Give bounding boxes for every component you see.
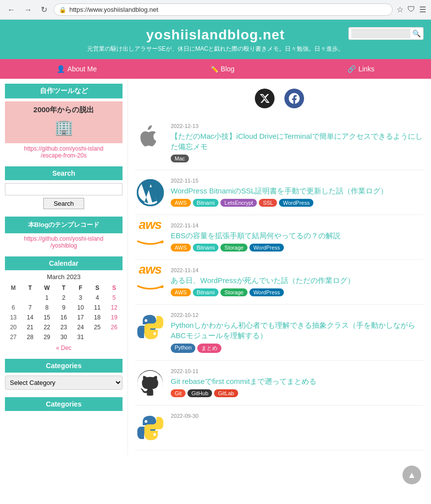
aws-smile-icon — [137, 229, 164, 256]
tag-bitnami-1[interactable]: Bitnami — [193, 199, 219, 207]
tag-aws-2[interactable]: AWS — [171, 244, 191, 252]
promo-box: 2000年からの脱出 🏢 — [5, 101, 123, 143]
post-date-4: 2022-11-14 — [171, 267, 424, 273]
post-title-3[interactable]: EBSの容量を拡張手順て結局何やってるの？の解説 — [171, 230, 424, 241]
reload-button[interactable]: ↻ — [38, 4, 50, 15]
post-title-2[interactable]: WordPress BitnamiのSSL証明書を手動で更新した話（作業ログ） — [171, 186, 424, 196]
header-search-input[interactable] — [351, 29, 410, 38]
blog-post-2: 2022-11-15 WordPress BitnamiのSSL証明書を手動で更… — [135, 170, 424, 215]
post-date-6: 2022-10-11 — [171, 368, 424, 374]
cal-header-s1: S — [89, 283, 106, 293]
tag-matome[interactable]: まとめ — [197, 344, 221, 353]
table-row: 6789101112 — [5, 303, 123, 313]
post-icon-apple — [135, 123, 165, 153]
blog-post-3: aws 2022-11-14 EBSの容量を拡張手順て結局何やってるの？の解説 … — [135, 215, 424, 260]
calendar-month: March 2023 — [5, 273, 123, 281]
search-form: Search — [5, 183, 123, 209]
address-bar[interactable]: 🔒 https://www.yoshiislandblog.net — [54, 3, 393, 16]
tag-git[interactable]: Git — [171, 389, 185, 397]
main-nav: 👤 About Me ✏️ Blog 🔗 Links — [0, 59, 431, 79]
post-content-4: 2022-11-14 ある日、WordPressが死んでいた話（ただの作業ログ）… — [171, 267, 424, 296]
nav-links-label: Links — [358, 65, 374, 73]
categories-widget-2: Categories — [5, 397, 123, 411]
menu-icon[interactable]: ☰ — [419, 5, 426, 14]
pencil-icon: ✏️ — [210, 65, 218, 73]
tag-wordpress-1[interactable]: WordPress — [279, 199, 313, 207]
tag-github[interactable]: GitHub — [187, 389, 212, 397]
svg-point-5 — [153, 332, 156, 335]
post-content-1: 2022-12-13 【ただのMac小技】iCloud DriveにTermin… — [171, 123, 424, 162]
tag-mac[interactable]: Mac — [171, 155, 189, 162]
shield-icon[interactable]: 🛡 — [407, 5, 415, 14]
sidebar: 自作ツールなど 2000年からの脱出 🏢 https://github.com/… — [0, 79, 128, 455]
back-button[interactable]: ← — [5, 4, 18, 15]
tag-bitnami-2[interactable]: Bitnami — [193, 244, 219, 252]
twitter-icon — [259, 93, 270, 104]
svg-point-6 — [144, 420, 147, 423]
blog-post-4: aws 2022-11-14 ある日、WordPressが死んでいた話（ただの作… — [135, 260, 424, 305]
aws-logo-2: aws — [137, 263, 164, 301]
nav-blog[interactable]: ✏️ Blog — [195, 59, 249, 79]
browser-actions: ☆ 🛡 ☰ — [397, 5, 426, 14]
post-title-4[interactable]: ある日、WordPressが死んでいた話（ただの作業ログ） — [171, 275, 424, 285]
social-bar — [135, 84, 424, 116]
template-link[interactable]: https://github.com/yoshi-island/yoshiblo… — [5, 235, 123, 249]
prev-month-link[interactable]: « Dec — [56, 345, 71, 351]
nav-links[interactable]: 🔗 Links — [333, 59, 389, 79]
tag-aws-3[interactable]: AWS — [171, 288, 191, 296]
cal-header-s2: S — [106, 283, 123, 293]
categories-title: Categories — [5, 359, 123, 373]
star-icon[interactable]: ☆ — [397, 5, 403, 14]
search-input[interactable] — [5, 183, 123, 195]
cal-header-f: F — [72, 283, 89, 293]
search-widget-title: Search — [5, 166, 123, 180]
cal-header-w: W — [38, 283, 55, 293]
forward-button[interactable]: → — [22, 4, 34, 15]
cal-header-m: M — [5, 283, 22, 293]
post-title-5[interactable]: Pythonしかわからん初心者でも理解できる抽象クラス（手を動かしながらABCモ… — [171, 320, 424, 341]
person-icon: 👤 — [57, 65, 65, 73]
promo-widget-title: 自作ツールなど — [5, 84, 123, 98]
promo-widget: 自作ツールなど 2000年からの脱出 🏢 https://github.com/… — [5, 84, 123, 159]
promo-link[interactable]: https://github.com/yoshi-island/escape-f… — [5, 145, 123, 159]
svg-point-4 — [144, 319, 147, 322]
promo-box-text: 2000年からの脱出 — [9, 105, 119, 115]
tag-aws-1[interactable]: AWS — [171, 199, 191, 207]
header-search-icon[interactable]: 🔍 — [412, 30, 421, 37]
tag-storage-2[interactable]: Storage — [220, 288, 247, 296]
post-tags-1: Mac — [171, 155, 424, 162]
lock-icon: 🔒 — [59, 6, 66, 13]
post-icon-aws-1: aws — [135, 222, 165, 252]
post-tags-6: Git GitHub GitLab — [171, 389, 424, 397]
tag-storage-1[interactable]: Storage — [220, 244, 247, 252]
post-date-5: 2022-10-12 — [171, 312, 424, 318]
search-button[interactable]: Search — [43, 198, 84, 209]
tag-ssl[interactable]: SSL — [259, 199, 277, 207]
tag-letsencrypt[interactable]: LetsEncrypt — [220, 199, 257, 207]
blog-post-1: 2022-12-13 【ただのMac小技】iCloud DriveにTermin… — [135, 116, 424, 170]
aws-smile-icon-2 — [137, 274, 164, 301]
tag-wordpress-2[interactable]: WordPress — [249, 244, 284, 252]
tag-gitlab[interactable]: GitLab — [214, 389, 238, 397]
post-date-2: 2022-11-15 — [171, 178, 424, 184]
nav-about-me[interactable]: 👤 About Me — [42, 59, 112, 79]
twitter-link[interactable] — [255, 89, 275, 108]
cal-header-t2: T — [55, 283, 72, 293]
aws-logo-1: aws — [137, 218, 164, 256]
category-select[interactable]: Select Category — [5, 376, 123, 390]
header-search[interactable]: 🔍 — [348, 27, 424, 40]
post-date-7: 2022-09-30 — [171, 413, 424, 419]
categories-title-2: Categories — [5, 397, 123, 411]
tag-wordpress-3[interactable]: WordPress — [249, 288, 284, 296]
post-title-1[interactable]: 【ただのMac小技】iCloud DriveにTerminalで簡単にアクセスで… — [171, 131, 424, 152]
github-circle — [137, 370, 163, 396]
tag-bitnami-3[interactable]: Bitnami — [193, 288, 219, 296]
post-tags-2: AWS Bitnami LetsEncrypt SSL WordPress — [171, 199, 424, 207]
building-icon: 🏢 — [9, 118, 119, 136]
link-icon: 🔗 — [347, 65, 356, 73]
post-icon-python-2 — [135, 413, 165, 442]
facebook-link[interactable] — [284, 89, 304, 108]
post-title-6[interactable]: Git rebaseでfirst commitまで遡ってまとめる — [171, 376, 424, 386]
tag-python[interactable]: Python — [171, 344, 195, 353]
facebook-icon — [289, 93, 300, 104]
